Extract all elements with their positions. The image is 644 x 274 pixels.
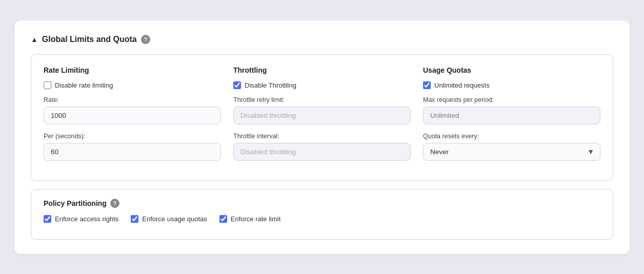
quota-resets-select[interactable]: Never Daily Weekly Monthly [423, 143, 600, 161]
usage-quotas-title: Usage Quotas [423, 66, 600, 74]
enforce-usage-quotas-checkbox[interactable] [131, 215, 138, 223]
policy-title: Policy Partitioning [44, 199, 107, 207]
disable-throttling-checkbox[interactable] [233, 81, 241, 89]
quota-resets-label: Quota resets every: [423, 133, 600, 140]
rate-label: Rate: [44, 96, 221, 103]
rate-limiting-group: Rate Limiting Disable rate limiting Rate… [44, 66, 221, 169]
disable-rate-limiting-checkbox[interactable] [44, 81, 51, 89]
limits-grid: Rate Limiting Disable rate limiting Rate… [44, 66, 600, 169]
usage-quotas-group: Usage Quotas Unlimited requests Max requ… [423, 66, 600, 169]
enforce-usage-quotas-label[interactable]: Enforce usage quotas [142, 215, 207, 223]
policy-header: Policy Partitioning ? [44, 199, 600, 208]
throttle-retry-label: Throttle retry limit: [233, 96, 411, 103]
collapse-chevron[interactable]: ▲ [31, 35, 38, 44]
enforce-access-rights-checkbox[interactable] [44, 215, 51, 223]
per-label: Per (seconds): [44, 133, 221, 140]
throttle-interval-label: Throttle interval: [233, 133, 411, 140]
help-icon[interactable]: ? [141, 35, 150, 44]
throttling-group: Throttling Disable Throttling Throttle r… [233, 66, 411, 169]
enforce-rate-limit-label[interactable]: Enforce rate limit [231, 215, 281, 223]
disable-rate-limiting-label[interactable]: Disable rate limiting [55, 81, 113, 89]
throttle-interval-input[interactable] [233, 143, 411, 161]
unlimited-requests-label[interactable]: Unlimited requests [434, 81, 490, 89]
disable-throttling-row: Disable Throttling [233, 81, 411, 89]
policy-help-icon[interactable]: ? [110, 199, 119, 208]
enforce-access-rights-label[interactable]: Enforce access rights [55, 215, 118, 223]
unlimited-requests-checkbox[interactable] [423, 81, 431, 89]
section-title: Global Limits and Quota [42, 35, 137, 44]
limits-card: Rate Limiting Disable rate limiting Rate… [31, 54, 613, 181]
rate-limiting-title: Rate Limiting [44, 66, 221, 74]
enforce-access-rights-row: Enforce access rights [44, 215, 118, 223]
enforce-rate-limit-checkbox[interactable] [219, 215, 227, 223]
max-requests-label: Max requests per period: [423, 96, 600, 103]
throttling-title: Throttling [233, 66, 411, 74]
quota-resets-wrapper: Never Daily Weekly Monthly ▼ [423, 143, 600, 161]
section-header: ▲ Global Limits and Quota ? [31, 35, 613, 44]
policy-partitioning-card: Policy Partitioning ? Enforce access rig… [31, 189, 613, 240]
per-input[interactable] [44, 143, 221, 161]
max-requests-input[interactable] [423, 107, 600, 124]
rate-input[interactable] [44, 107, 221, 124]
disable-throttling-label[interactable]: Disable Throttling [245, 81, 296, 89]
policy-checkboxes: Enforce access rights Enforce usage quot… [44, 215, 600, 230]
outer-card: ▲ Global Limits and Quota ? Rate Limitin… [14, 20, 630, 254]
enforce-usage-quotas-row: Enforce usage quotas [131, 215, 207, 223]
unlimited-requests-row: Unlimited requests [423, 81, 600, 89]
enforce-rate-limit-row: Enforce rate limit [219, 215, 281, 223]
throttle-retry-input[interactable] [233, 107, 411, 124]
disable-rate-limiting-row: Disable rate limiting [44, 81, 221, 89]
